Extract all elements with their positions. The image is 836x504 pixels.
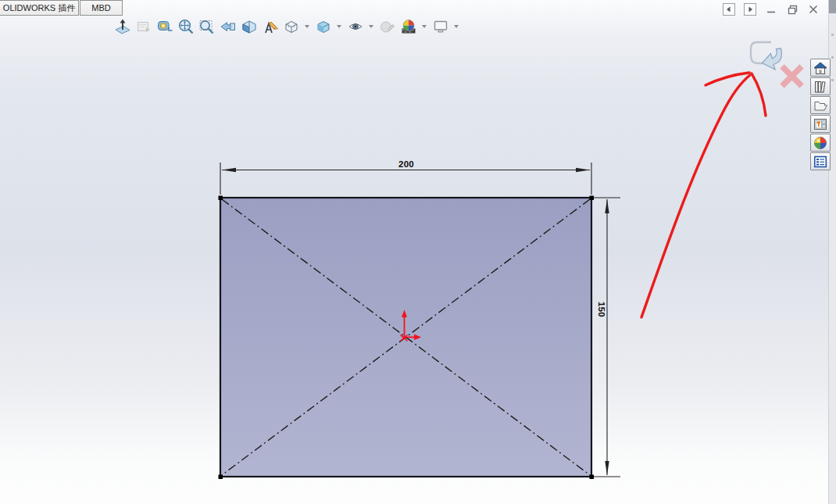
width-dimension-text[interactable]: 200 <box>398 159 414 169</box>
home-icon <box>813 60 828 76</box>
view-orientation-dropdown[interactable] <box>305 25 309 28</box>
pane-collapse-left-button[interactable] <box>722 2 736 16</box>
splitter-cap <box>829 0 836 13</box>
file-explorer-tab[interactable] <box>810 96 831 114</box>
tab-mbd[interactable]: MBD <box>80 0 123 16</box>
design-library-tab[interactable] <box>810 77 831 95</box>
dim-arrow-top <box>605 199 609 213</box>
close-button[interactable] <box>806 2 820 16</box>
height-dimension[interactable]: 150 <box>594 198 620 477</box>
zoom-to-fit-icon <box>177 18 195 35</box>
dim-arrow-bottom <box>605 461 609 475</box>
red-arrow-annotation <box>641 73 766 317</box>
splitter-dot <box>831 34 834 36</box>
height-dimension-text[interactable]: 150 <box>597 302 606 317</box>
normal-to-icon <box>114 18 131 35</box>
view-orientation-cube-icon <box>283 18 300 35</box>
monitor-icon <box>432 18 449 35</box>
triangle-left-icon <box>723 3 735 16</box>
display-style-button[interactable] <box>313 16 333 36</box>
width-dimension[interactable]: 200 <box>220 159 591 195</box>
measure-button[interactable] <box>155 16 174 36</box>
solidworks-resources-tab[interactable] <box>810 59 831 77</box>
triangle-right-icon <box>744 3 756 16</box>
view-orientation-button[interactable] <box>281 16 301 36</box>
edit-appearance-button <box>377 16 397 36</box>
view-settings-dropdown[interactable] <box>454 25 459 28</box>
zoom-to-area-icon <box>198 18 216 35</box>
eye-icon <box>347 18 364 35</box>
apply-scene-ball-icon <box>400 18 417 35</box>
color-ball-icon <box>813 135 828 151</box>
dim-arrow-left <box>222 168 236 172</box>
zoom-to-area-button[interactable] <box>197 16 216 36</box>
exit-sketch-button[interactable] <box>763 48 782 70</box>
restore-icon <box>787 4 798 16</box>
update-view-disabled-icon <box>135 18 152 35</box>
close-icon <box>808 4 819 15</box>
graphics-area[interactable]: 200 150 <box>0 0 836 504</box>
confirmation-corner <box>751 42 802 86</box>
display-style-cube-icon <box>315 18 332 35</box>
hide-show-items-dropdown[interactable] <box>369 25 373 28</box>
open-folder-icon <box>813 98 828 113</box>
normal-to-button[interactable] <box>113 16 132 36</box>
view-palette-tab[interactable] <box>810 115 831 133</box>
display-style-dropdown[interactable] <box>337 25 341 28</box>
view-palette-icon <box>813 116 828 132</box>
pane-expand-right-button[interactable] <box>743 2 757 16</box>
apply-scene-dropdown[interactable] <box>422 25 427 28</box>
previous-view-icon <box>220 18 237 35</box>
dynamic-annotation-views-button[interactable] <box>260 16 280 36</box>
books-icon <box>813 79 828 95</box>
task-pane-tabs <box>810 59 831 170</box>
apply-scene-button[interactable] <box>398 16 418 36</box>
restore-button[interactable] <box>785 2 799 16</box>
custom-properties-tab[interactable] <box>810 152 831 170</box>
update-view-button <box>134 16 153 36</box>
commandmanager-tabbar: OLIDWORKS 插件 MBD <box>0 0 123 16</box>
edit-appearance-disabled-icon <box>379 18 396 35</box>
splitter-dot <box>831 79 834 81</box>
appearances-scenes-tab[interactable] <box>810 134 831 152</box>
section-view-icon <box>241 18 258 35</box>
minimize-button[interactable] <box>764 2 778 16</box>
cancel-sketch-button[interactable] <box>782 66 802 86</box>
dim-arrow-right <box>576 168 590 172</box>
section-view-button[interactable] <box>239 16 259 36</box>
annotation-pencil-a-icon <box>262 18 279 35</box>
hide-show-items-button[interactable] <box>345 16 365 36</box>
window-controls <box>722 2 820 16</box>
tab-solidworks-addins[interactable]: OLIDWORKS 插件 <box>0 0 79 16</box>
previous-view-button[interactable] <box>218 16 238 36</box>
zoom-to-fit-button[interactable] <box>176 16 195 36</box>
properties-form-icon <box>813 154 828 170</box>
heads-up-view-toolbar <box>113 16 461 36</box>
view-settings-button[interactable] <box>431 16 450 36</box>
minimize-icon <box>766 4 777 15</box>
measure-tape-icon <box>156 18 173 35</box>
splitter-dot <box>831 56 834 59</box>
